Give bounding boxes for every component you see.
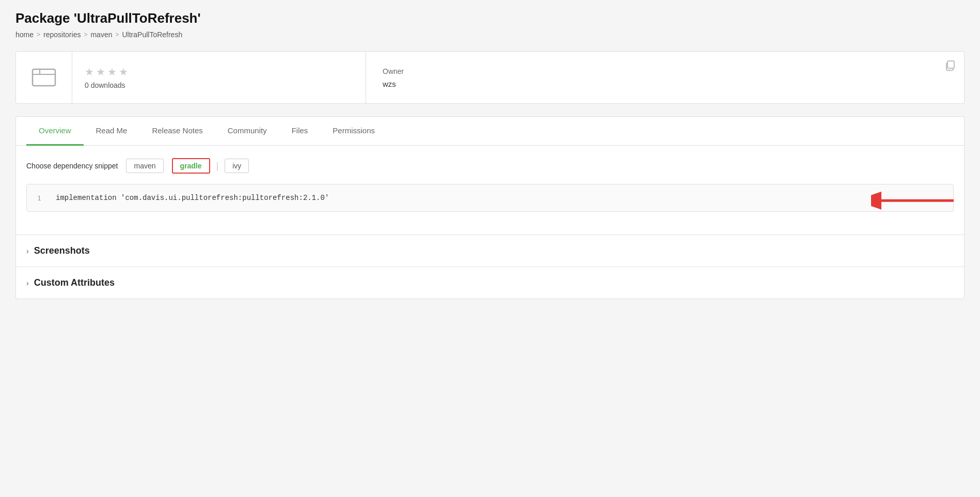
package-icon-section xyxy=(16,52,72,103)
tab-permissions[interactable]: Permissions xyxy=(320,117,387,146)
dependency-label: Choose dependency snippet xyxy=(26,162,118,170)
breadcrumb-sep-1: > xyxy=(37,31,40,38)
stars-container: ★ ★ ★ ★ xyxy=(85,66,353,78)
copy-icon[interactable] xyxy=(944,60,956,71)
code-content: implementation 'com.davis.ui.pulltorefre… xyxy=(56,194,329,202)
dependency-snippet-row: Choose dependency snippet maven gradle |… xyxy=(26,158,954,174)
breadcrumb-sep-2: > xyxy=(84,31,87,38)
chevron-custom-attributes-icon: › xyxy=(26,279,29,287)
code-block-wrapper: 1 implementation 'com.davis.ui.pulltoref… xyxy=(26,184,954,222)
tab-community[interactable]: Community xyxy=(215,117,279,146)
line-number: 1 xyxy=(37,194,45,202)
dep-btn-ivy[interactable]: ivy xyxy=(225,159,249,173)
star-2: ★ xyxy=(96,66,105,78)
page-wrapper: Package 'UltraPullToRefresh' home > repo… xyxy=(0,0,980,497)
breadcrumb-maven[interactable]: maven xyxy=(90,30,112,39)
package-stats-section: ★ ★ ★ ★ 0 downloads xyxy=(72,52,366,103)
screenshots-title: Screenshots xyxy=(34,245,90,256)
tab-files[interactable]: Files xyxy=(279,117,321,146)
code-block: 1 implementation 'com.davis.ui.pulltoref… xyxy=(26,184,954,212)
star-3: ★ xyxy=(107,66,117,78)
owner-label: Owner xyxy=(383,67,920,75)
tab-overview[interactable]: Overview xyxy=(26,117,84,146)
breadcrumb-current: UltraPullToRefresh xyxy=(122,30,182,39)
svg-rect-0 xyxy=(33,69,55,86)
downloads-text: 0 downloads xyxy=(85,81,353,89)
breadcrumb-sep-3: > xyxy=(115,31,119,38)
owner-name: wzs xyxy=(383,80,920,88)
tab-content-overview: Choose dependency snippet maven gradle |… xyxy=(16,146,964,235)
svg-rect-4 xyxy=(947,61,954,68)
custom-attributes-header[interactable]: › Custom Attributes xyxy=(26,277,954,288)
screenshots-section: › Screenshots xyxy=(16,235,964,267)
star-1: ★ xyxy=(85,66,94,78)
custom-attributes-title: Custom Attributes xyxy=(34,277,115,288)
custom-attributes-section: › Custom Attributes xyxy=(16,267,964,299)
star-4: ★ xyxy=(119,66,128,78)
page-title: Package 'UltraPullToRefresh' xyxy=(15,10,965,26)
tab-readme[interactable]: Read Me xyxy=(84,117,140,146)
top-right-icon-area xyxy=(936,52,964,103)
breadcrumb: home > repositories > maven > UltraPullT… xyxy=(15,30,965,39)
breadcrumb-repositories[interactable]: repositories xyxy=(43,30,81,39)
package-owner-section: Owner wzs xyxy=(366,52,936,103)
chevron-screenshots-icon: › xyxy=(26,247,29,255)
content-card: Overview Read Me Release Notes Community… xyxy=(15,116,965,299)
breadcrumb-home[interactable]: home xyxy=(15,30,34,39)
dep-btn-gradle[interactable]: gradle xyxy=(172,158,210,174)
tab-release-notes[interactable]: Release Notes xyxy=(139,117,215,146)
package-info-card: ★ ★ ★ ★ 0 downloads Owner wzs xyxy=(15,51,965,104)
dep-btn-maven[interactable]: maven xyxy=(126,159,163,173)
package-icon xyxy=(30,64,57,91)
tabs-bar: Overview Read Me Release Notes Community… xyxy=(16,117,964,146)
screenshots-header[interactable]: › Screenshots xyxy=(26,245,954,256)
dep-separator: | xyxy=(216,161,219,172)
